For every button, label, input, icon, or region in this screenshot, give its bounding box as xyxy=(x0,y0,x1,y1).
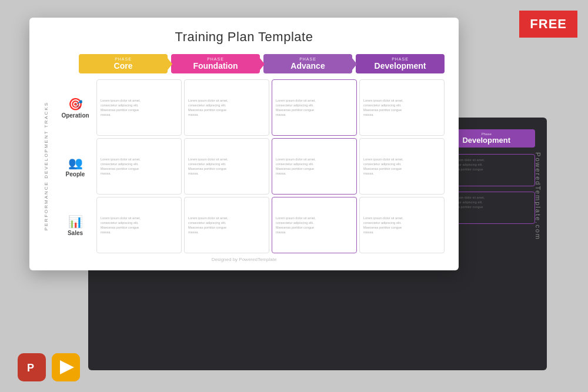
people-name: People xyxy=(66,171,85,177)
core-arrow xyxy=(168,58,172,70)
phase-header-row: Phase Core Phase Foundation Phase Advanc… xyxy=(79,54,445,73)
app-icons-container: P xyxy=(18,353,80,381)
free-badge: FREE xyxy=(519,11,577,38)
sales-cell-1: Lorem ipsum dolor sit amet,consectetur a… xyxy=(96,197,182,253)
sales-icon-label: 📊 Sales xyxy=(56,215,94,236)
table-row: 📊 Sales Lorem ipsum dolor sit amet,conse… xyxy=(56,197,445,253)
phase-core: Phase Core xyxy=(79,54,168,73)
sales-cell-3: Lorem ipsum dolor sit amet,consectetur a… xyxy=(272,197,357,253)
sales-text-3: Lorem ipsum dolor sit amet,consectetur a… xyxy=(276,216,353,235)
core-phase-name: Core xyxy=(114,61,133,71)
sales-cell-4: Lorem ipsum dolor sit amet,consectetur a… xyxy=(359,197,445,253)
operation-cell-1: Lorem ipsum dolor sit amet,consectetur a… xyxy=(96,79,182,136)
watermark-text: PoweredTemplate.com xyxy=(534,152,542,240)
people-text-4: Lorem ipsum dolor sit amet,consectetur a… xyxy=(363,157,440,176)
phase-foundation: Phase Foundation xyxy=(171,54,260,73)
foundation-phase-label: Phase xyxy=(207,57,224,61)
people-icon: 👥 xyxy=(68,156,83,170)
slide-footer: Designed by PoweredTemplate xyxy=(44,257,445,262)
foundation-phase-name: Foundation xyxy=(193,61,238,71)
operation-text-2: Lorem ipsum dolor sit amet,consectetur a… xyxy=(188,98,265,118)
sales-icon: 📊 xyxy=(68,215,83,229)
people-cell-3: Lorem ipsum dolor sit amet,consectetur a… xyxy=(272,138,357,195)
advance-phase-label: Phase xyxy=(299,57,316,61)
table-row: 🎯 Operation Lorem ipsum dolor sit amet,c… xyxy=(56,79,445,136)
operation-text-3: Lorem ipsum dolor sit amet,consectetur a… xyxy=(276,98,353,118)
operation-text-4: Lorem ipsum dolor sit amet,consectetur a… xyxy=(363,98,440,118)
operation-cell-4: Lorem ipsum dolor sit amet,consectetur a… xyxy=(359,79,445,136)
development-phase-name: Development xyxy=(375,61,426,71)
tracks-area: Performance Development Tracks 🎯 Operati… xyxy=(44,79,445,253)
white-slide: Training Plan Template Phase Core Phase … xyxy=(29,18,459,270)
phase-development: Phase Development xyxy=(356,54,445,73)
people-text-2: Lorem ipsum dolor sit amet,consectetur a… xyxy=(188,157,265,176)
operation-text-1: Lorem ipsum dolor sit amet,consectetur a… xyxy=(101,98,178,118)
vertical-track-label: Performance Development Tracks xyxy=(44,102,54,230)
development-phase-label: Phase xyxy=(392,57,409,61)
operation-name: Operation xyxy=(61,112,89,119)
sales-text-1: Lorem ipsum dolor sit amet,consectetur a… xyxy=(101,216,178,235)
people-cell-1: Lorem ipsum dolor sit amet,consectetur a… xyxy=(96,138,182,195)
sales-text-4: Lorem ipsum dolor sit amet,consectetur a… xyxy=(363,216,440,235)
phase-advance: Phase Advance xyxy=(263,54,352,73)
sales-name: Sales xyxy=(68,230,83,236)
foundation-arrow xyxy=(260,58,265,70)
tracks-grid: 🎯 Operation Lorem ipsum dolor sit amet,c… xyxy=(56,79,445,253)
sales-cell-2: Lorem ipsum dolor sit amet,consectetur a… xyxy=(184,197,269,253)
advance-arrow xyxy=(352,58,357,70)
core-phase-label: Phase xyxy=(115,57,132,61)
sales-text-2: Lorem ipsum dolor sit amet,consectetur a… xyxy=(188,216,265,235)
people-text-1: Lorem ipsum dolor sit amet,consectetur a… xyxy=(101,157,178,176)
operation-icon: 🎯 xyxy=(68,97,83,111)
slide-title: Training Plan Template xyxy=(44,29,445,45)
svg-text:P: P xyxy=(27,362,34,374)
operation-cell-3: Lorem ipsum dolor sit amet,consectetur a… xyxy=(272,79,357,136)
advance-phase-name: Advance xyxy=(290,61,325,71)
powerpoint-icon[interactable]: P xyxy=(18,353,46,381)
google-slides-icon[interactable] xyxy=(52,353,80,381)
people-icon-label: 👥 People xyxy=(56,156,94,177)
people-cell-4: Lorem ipsum dolor sit amet,consectetur a… xyxy=(359,138,445,195)
table-row: 👥 People Lorem ipsum dolor sit amet,cons… xyxy=(56,138,445,195)
operation-cell-2: Lorem ipsum dolor sit amet,consectetur a… xyxy=(184,79,269,136)
vertical-label-col: Performance Development Tracks xyxy=(44,79,54,253)
people-text-3: Lorem ipsum dolor sit amet,consectetur a… xyxy=(276,157,353,176)
operation-icon-label: 🎯 Operation xyxy=(56,97,94,119)
people-cell-2: Lorem ipsum dolor sit amet,consectetur a… xyxy=(184,138,269,195)
